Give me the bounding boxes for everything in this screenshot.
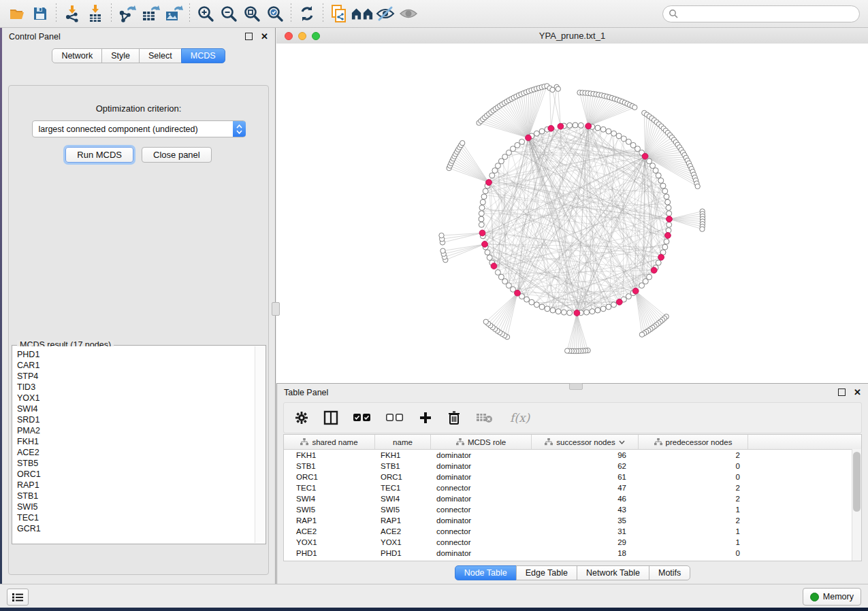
mcds-result-item[interactable]: STP4 (17, 371, 255, 382)
zoom-selected-icon[interactable] (263, 3, 287, 24)
close-panel-icon[interactable]: ✕ (854, 389, 861, 395)
zoom-fit-icon[interactable] (240, 3, 263, 24)
table-tabbar: Node TableEdge TableNetwork TableMotifs (277, 565, 868, 580)
table-row[interactable]: SWI5SWI5connector431 (284, 504, 861, 515)
deselect-all-checkboxes-icon[interactable] (386, 413, 404, 423)
tab-style[interactable]: Style (101, 48, 140, 63)
table-cell: 2 (639, 484, 748, 492)
split-view-icon[interactable] (323, 410, 338, 425)
hide-selected-icon[interactable] (374, 3, 397, 24)
table-row[interactable]: ORC1ORC1dominator610 (284, 472, 861, 482)
run-mcds-button[interactable]: Run MCDS (65, 147, 133, 163)
control-panel: Control Panel ✕ NetworkStyleSelectMCDS O… (2, 28, 276, 584)
table-cell: SWI5 (375, 506, 431, 514)
export-image-icon[interactable] (162, 3, 185, 24)
memory-button[interactable]: Memory (803, 588, 861, 606)
mcds-result-item[interactable]: YOX1 (17, 393, 255, 403)
column-header-MCDS-role[interactable]: MCDS role (431, 435, 532, 449)
mcds-result-item[interactable]: STB1 (17, 491, 255, 501)
refresh-layout-icon[interactable] (295, 3, 319, 24)
tab-network-table[interactable]: Network Table (577, 565, 649, 580)
export-table-icon[interactable] (139, 3, 162, 24)
tab-node-table[interactable]: Node Table (455, 565, 517, 580)
table-row[interactable]: RAP1RAP1dominator352 (284, 515, 861, 526)
mcds-result-item[interactable]: SWI5 (17, 501, 255, 512)
table-cell: RAP1 (284, 516, 375, 525)
table-scrollbar-thumb[interactable] (853, 452, 861, 512)
application-window: Control Panel ✕ NetworkStyleSelectMCDS O… (0, 0, 868, 608)
zoom-out-icon[interactable] (217, 3, 240, 24)
table-row[interactable]: ACE2ACE2connector311 (284, 526, 861, 537)
table-row[interactable]: PHD1PHD1dominator180 (284, 548, 861, 559)
network-canvas[interactable] (276, 44, 868, 383)
table-row[interactable]: FKH1FKH1dominator962 (284, 450, 861, 461)
table-cell: 2 (639, 495, 748, 503)
memory-label: Memory (823, 592, 854, 601)
table-scrollbar[interactable] (852, 449, 861, 561)
mcds-result-list[interactable]: PHD1CAR1STP4TID3YOX1SWI4SRD1PMA2FKH1ACE2… (13, 346, 255, 543)
toolbar-separator (189, 3, 190, 24)
column-header-successor-nodes[interactable]: successor nodes (532, 435, 639, 449)
memory-status-icon (810, 593, 819, 601)
network-graph[interactable] (276, 44, 868, 383)
show-all-icon[interactable] (397, 3, 420, 24)
close-panel-button[interactable]: Close panel (142, 147, 212, 163)
table-row[interactable]: TEC1TEC1connector472 (284, 482, 861, 493)
mcds-result-item[interactable]: STB5 (17, 458, 255, 469)
mcds-result-item[interactable]: PHD1 (17, 349, 255, 360)
float-panel-icon[interactable] (245, 33, 253, 40)
select-all-checkboxes-icon[interactable] (353, 413, 371, 423)
toolbar-separator (111, 3, 112, 24)
export-network-icon[interactable] (116, 3, 139, 24)
tab-mcds[interactable]: MCDS (181, 48, 225, 63)
mcds-result-item[interactable]: GCR1 (17, 523, 255, 534)
mcds-result-item[interactable]: SRD1 (17, 414, 255, 425)
network-window-title: YPA_prune.txt_1 (276, 31, 868, 41)
open-file-icon[interactable] (5, 3, 29, 24)
mcds-result-item[interactable]: FKH1 (17, 436, 255, 447)
mcds-result-item[interactable]: SWI4 (17, 403, 255, 414)
close-panel-icon[interactable]: ✕ (261, 33, 268, 39)
table-header-row: shared namenameMCDS rolesuccessor nodesp… (284, 435, 861, 450)
save-session-icon[interactable] (29, 3, 52, 24)
table-cell: 29 (532, 538, 639, 546)
toolbar-separator (323, 3, 323, 24)
network-window-titlebar[interactable]: YPA_prune.txt_1 (276, 28, 868, 44)
mcds-result-item[interactable]: TID3 (17, 382, 255, 393)
column-header-predecessor-nodes[interactable]: predecessor nodes (639, 435, 748, 449)
import-network-icon[interactable] (61, 3, 84, 24)
float-panel-icon[interactable] (838, 389, 846, 396)
settings-gear-icon[interactable] (295, 411, 308, 425)
tab-edge-table[interactable]: Edge Table (516, 565, 577, 580)
column-header-shared-name[interactable]: shared name (284, 435, 375, 449)
mcds-result-scrollbar[interactable] (255, 346, 265, 543)
criterion-dropdown[interactable]: largest connected component (undirected) (32, 120, 246, 137)
mcds-result-item[interactable]: CAR1 (17, 360, 255, 371)
table-row[interactable]: SWI4SWI4dominator462 (284, 493, 861, 504)
task-history-button[interactable] (7, 589, 29, 606)
first-neighbors-icon[interactable] (351, 3, 374, 24)
column-header-name[interactable]: name (375, 435, 431, 449)
mcds-result-item[interactable]: ACE2 (17, 447, 255, 458)
table-row[interactable]: YOX1YOX1connector291 (284, 537, 861, 548)
search-field[interactable] (662, 5, 860, 22)
add-column-icon[interactable] (419, 411, 432, 425)
table-cell: connector (431, 484, 532, 492)
import-table-icon[interactable] (84, 3, 107, 24)
mcds-result-item[interactable]: ORC1 (17, 469, 255, 480)
mcds-result-item[interactable]: PMA2 (17, 425, 255, 436)
mcds-result-item[interactable]: RAP1 (17, 480, 255, 491)
vertical-splitter-handle[interactable] (272, 302, 280, 316)
search-input[interactable] (682, 8, 854, 19)
zoom-in-icon[interactable] (194, 3, 217, 24)
delete-column-icon[interactable] (447, 410, 461, 425)
table-row[interactable]: STB1STB1dominator620 (284, 461, 861, 472)
new-network-from-selection-icon[interactable] (327, 3, 351, 24)
tab-motifs[interactable]: Motifs (649, 565, 690, 580)
tab-select[interactable]: Select (139, 48, 182, 63)
table-cell: FKH1 (375, 451, 431, 459)
search-icon (669, 9, 678, 18)
tab-network[interactable]: Network (52, 48, 102, 63)
mcds-result-item[interactable]: TEC1 (17, 512, 255, 523)
horizontal-splitter-handle[interactable] (569, 383, 583, 390)
